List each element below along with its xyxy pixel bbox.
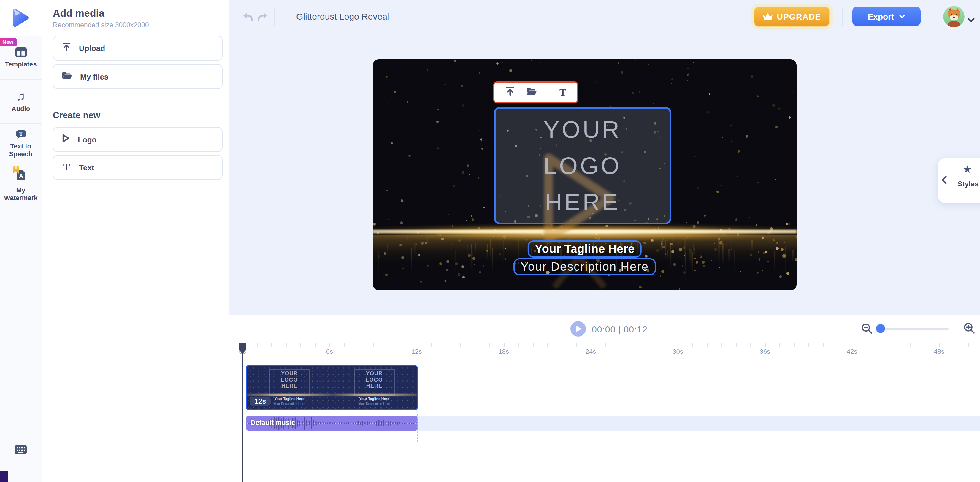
upload-button[interactable]: Upload — [53, 36, 223, 60]
project-title: Glitterdust Logo Reveal — [296, 11, 390, 21]
glitter-dot — [716, 190, 719, 192]
user-avatar[interactable] — [943, 6, 964, 27]
glitter-dot — [789, 116, 791, 118]
glitter-dot — [775, 179, 776, 180]
templates-icon — [14, 46, 27, 57]
glitter-dot — [483, 207, 485, 208]
add-media-panel: Add media Recommended size 3000x2000 Upl… — [41, 0, 229, 482]
redo-button[interactable] — [256, 11, 268, 25]
folder-icon[interactable] — [526, 87, 538, 98]
glitter-dot — [697, 221, 699, 224]
glitter-dot — [751, 75, 753, 78]
upload-icon[interactable] — [505, 86, 515, 99]
speech-bubble-icon: T — [15, 129, 26, 140]
ruler-label: 36s — [760, 348, 770, 355]
timeline-ruler[interactable]: 0s6s12s18s24s30s36s42s48s — [229, 343, 980, 482]
sidebar-item-templates[interactable]: New Templates — [0, 36, 41, 80]
glitter-dot — [522, 289, 522, 290]
folder-icon — [62, 71, 72, 82]
glitter-dot — [457, 273, 460, 276]
glitter-dot — [466, 164, 469, 167]
messenger-corner — [0, 471, 8, 482]
glitter-dot — [479, 130, 480, 131]
glitter-dot — [738, 150, 740, 152]
ruler-tick — [924, 343, 925, 347]
glitter-dot — [721, 185, 722, 186]
glitter-dot — [682, 265, 684, 266]
sidebar-item-text-to-speech[interactable]: T Text to Speech — [0, 124, 41, 164]
ruler-tick — [751, 343, 751, 347]
glitter-dot — [737, 177, 738, 178]
audio-clip[interactable]: Default music — [246, 415, 418, 431]
sidebar-item-audio[interactable]: ♫ Audio — [0, 79, 41, 124]
styles-label: Styles — [952, 180, 980, 188]
account-menu-chevron[interactable] — [967, 14, 975, 25]
ruler-tick — [881, 343, 882, 347]
video-preview-canvas[interactable]: T YOUR LOGO HERE Your Tagline Here Your … — [373, 59, 797, 290]
text-tool-icon[interactable]: T — [560, 86, 566, 98]
ruler-tick — [939, 343, 940, 347]
logo-placeholder-selection[interactable]: YOUR LOGO HERE — [494, 107, 671, 224]
my-files-button[interactable]: My files — [53, 64, 223, 89]
glitter-dot — [424, 173, 425, 173]
video-clip[interactable]: YOURLOGOHERE Your Tagline Here Your Desc… — [246, 365, 418, 410]
glitter-dot — [444, 280, 446, 282]
glitter-dot — [466, 220, 466, 221]
glitter-dot — [387, 190, 387, 191]
timeline-zoom-slider[interactable] — [878, 328, 948, 330]
glitter-dot — [406, 101, 408, 103]
star-icon: ★ — [963, 163, 972, 176]
styles-panel-toggle[interactable]: ★ Styles — [938, 159, 980, 203]
glitter-dot — [400, 199, 403, 202]
glitter-dot — [686, 97, 686, 97]
tagline-text[interactable]: Your Tagline Here — [528, 240, 642, 258]
zoom-out-button[interactable] — [861, 323, 873, 337]
ruler-tick — [794, 343, 794, 347]
sidebar-item-label: My Watermark — [0, 186, 41, 202]
glitter-dot — [704, 215, 705, 217]
glitter-dot — [757, 272, 759, 274]
clip-thumbnail: YOURLOGOHERE Your Tagline Here Your Desc… — [332, 366, 417, 409]
ruler-tick — [518, 343, 519, 347]
glitter-dot — [694, 156, 695, 157]
app-logo-icon — [12, 8, 30, 28]
ruler-tick — [344, 343, 345, 347]
keyboard-shortcuts-button[interactable] — [15, 445, 27, 457]
play-button[interactable] — [570, 321, 586, 337]
time-display: 00:00 | 00:12 — [592, 324, 648, 334]
undo-button[interactable] — [242, 11, 254, 25]
upgrade-label: UPGRADE — [777, 12, 821, 21]
glitter-dot — [671, 83, 672, 84]
glitter-dot — [653, 103, 654, 105]
ruler-tick — [954, 343, 954, 347]
ruler-tick — [286, 343, 287, 347]
glitter-dot — [633, 290, 634, 290]
glitter-dot — [697, 187, 699, 189]
glitter-dot — [596, 81, 597, 83]
ruler-tick — [736, 343, 737, 347]
glitter-dot — [417, 179, 418, 179]
sidebar-item-my-watermark[interactable]: A ♛ My Watermark — [0, 164, 41, 207]
glitter-dot — [757, 96, 759, 97]
glitter-dot — [686, 222, 686, 223]
crown-icon — [763, 13, 773, 21]
description-text[interactable]: Your Description Here — [514, 258, 656, 275]
zoom-slider-thumb[interactable] — [876, 324, 885, 333]
glitter-dot — [687, 74, 689, 76]
glitter-dot — [679, 288, 681, 290]
create-text-button[interactable]: T Text — [53, 155, 223, 180]
zoom-in-button[interactable] — [963, 322, 975, 337]
glitter-dot — [693, 62, 694, 63]
glitter-dot — [385, 274, 387, 276]
fox-avatar-image — [943, 6, 964, 27]
ruler-tick — [707, 343, 708, 347]
app-logo[interactable] — [0, 0, 41, 36]
upgrade-button[interactable]: UPGRADE — [754, 6, 830, 27]
glitter-dot — [687, 80, 688, 80]
glitter-dot — [639, 286, 642, 288]
create-logo-button[interactable]: Logo — [53, 127, 223, 152]
export-button[interactable]: Export — [853, 6, 921, 26]
panel-title: Add media — [53, 8, 105, 19]
logo-placeholder-line: HERE — [545, 184, 620, 220]
glitter-dot — [409, 154, 411, 157]
